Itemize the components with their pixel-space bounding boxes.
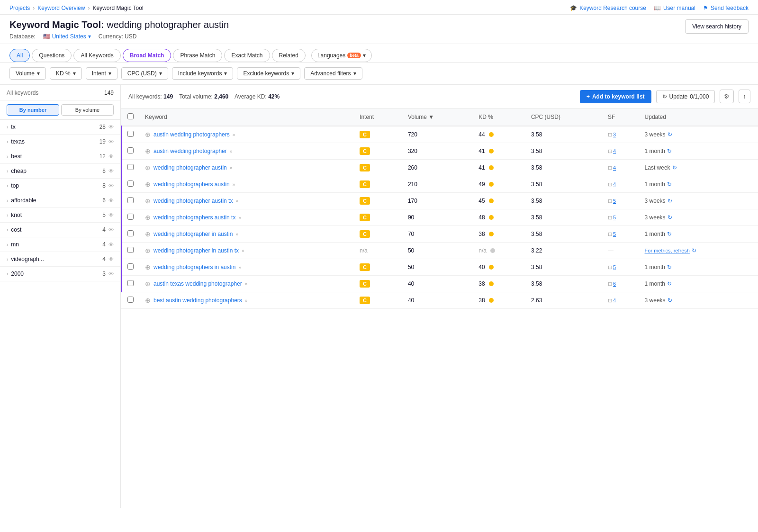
add-to-keyword-list-button[interactable]: + Add to keyword list: [580, 90, 651, 103]
row-checkbox[interactable]: [127, 230, 134, 236]
sidebar-item[interactable]: › top 8 👁: [0, 179, 120, 193]
sf-count[interactable]: 5: [613, 264, 616, 270]
eye-icon[interactable]: 👁: [108, 271, 114, 277]
col-volume[interactable]: Volume ▼: [402, 108, 473, 126]
tab-languages[interactable]: Languages beta ▾: [311, 49, 372, 62]
refresh-icon[interactable]: ↻: [672, 164, 677, 171]
eye-icon[interactable]: 👁: [108, 139, 114, 144]
add-keyword-icon[interactable]: ⊕: [145, 164, 151, 171]
row-checkbox[interactable]: [127, 247, 134, 253]
keyword-link[interactable]: wedding photographer austin: [153, 164, 227, 171]
refresh-metrics-link[interactable]: For metrics, refresh: [645, 248, 690, 253]
eye-icon[interactable]: 👁: [108, 198, 114, 203]
sf-count[interactable]: 3: [613, 132, 616, 137]
row-checkbox[interactable]: [127, 164, 134, 170]
sidebar-item[interactable]: › videograph... 4 👁: [0, 252, 120, 267]
sidebar-item[interactable]: › 2000 3 👁: [0, 267, 120, 281]
sidebar-item[interactable]: › tx 28 👁: [0, 120, 120, 135]
sf-count[interactable]: 4: [613, 181, 616, 187]
database-selector[interactable]: 🇺🇸 United States ▾: [43, 33, 91, 40]
exclude-keywords-filter[interactable]: Exclude keywords ▾: [237, 67, 300, 80]
sidebar-item[interactable]: › mn 4 👁: [0, 237, 120, 252]
row-checkbox[interactable]: [127, 263, 134, 270]
keyword-link[interactable]: austin texas wedding photographer: [153, 280, 242, 287]
view-history-button[interactable]: View search history: [685, 19, 749, 34]
refresh-icon[interactable]: ↻: [668, 131, 672, 138]
sf-count[interactable]: 6: [613, 281, 616, 287]
volume-filter[interactable]: Volume ▾: [9, 67, 46, 80]
row-checkbox[interactable]: [127, 147, 134, 153]
sf-count[interactable]: 5: [613, 198, 616, 204]
sf-count[interactable]: 4: [613, 165, 616, 171]
tab-broad-match[interactable]: Broad Match: [123, 49, 171, 62]
keyword-link[interactable]: wedding photographers austin tx: [153, 214, 235, 221]
refresh-icon[interactable]: ↻: [667, 231, 672, 237]
refresh-icon[interactable]: ↻: [667, 280, 672, 287]
sidebar-item[interactable]: › cheap 8 👁: [0, 164, 120, 179]
sf-count[interactable]: 5: [613, 215, 616, 220]
row-checkbox[interactable]: [127, 131, 134, 137]
refresh-icon[interactable]: ↻: [668, 198, 672, 204]
refresh-icon[interactable]: ↻: [668, 214, 672, 221]
add-keyword-icon[interactable]: ⊕: [145, 214, 151, 221]
keyword-link[interactable]: austin wedding photographers: [153, 131, 230, 138]
cpc-filter[interactable]: CPC (USD) ▾: [121, 67, 168, 80]
refresh-icon[interactable]: ↻: [667, 264, 672, 271]
user-manual-link[interactable]: 📖 User manual: [654, 5, 695, 11]
keyword-link[interactable]: wedding photographer in austin: [153, 231, 233, 237]
keyword-link[interactable]: wedding photographers in austin: [153, 264, 235, 271]
eye-icon[interactable]: 👁: [108, 256, 114, 262]
tab-all-keywords[interactable]: All Keywords: [73, 49, 120, 62]
sf-count[interactable]: 5: [613, 231, 616, 237]
select-all-checkbox[interactable]: [127, 113, 134, 119]
update-button[interactable]: ↻ Update 0/1,000: [656, 90, 715, 103]
eye-icon[interactable]: 👁: [108, 153, 114, 159]
row-checkbox[interactable]: [127, 180, 134, 187]
add-keyword-icon[interactable]: ⊕: [145, 147, 151, 155]
row-checkbox[interactable]: [127, 297, 134, 303]
add-keyword-icon[interactable]: ⊕: [145, 297, 151, 304]
row-checkbox[interactable]: [127, 197, 134, 203]
add-keyword-icon[interactable]: ⊕: [145, 180, 151, 188]
refresh-icon[interactable]: ↻: [667, 148, 672, 154]
sidebar-item[interactable]: › texas 19 👁: [0, 135, 120, 149]
settings-button[interactable]: ⚙: [720, 90, 734, 103]
intent-filter[interactable]: Intent ▾: [86, 67, 117, 80]
add-keyword-icon[interactable]: ⊕: [145, 280, 151, 288]
tab-all[interactable]: All: [9, 49, 30, 62]
tab-related[interactable]: Related: [272, 49, 306, 62]
refresh-icon[interactable]: ↻: [667, 181, 672, 188]
keyword-link[interactable]: best austin wedding photographers: [153, 297, 242, 304]
add-keyword-icon[interactable]: ⊕: [145, 230, 151, 238]
research-course-link[interactable]: 🎓 Keyword Research course: [570, 5, 646, 11]
add-keyword-icon[interactable]: ⊕: [145, 197, 151, 205]
eye-icon[interactable]: 👁: [108, 227, 114, 233]
send-feedback-link[interactable]: ⚑ Send feedback: [703, 5, 749, 11]
row-checkbox[interactable]: [127, 214, 134, 220]
keyword-link[interactable]: wedding photographers austin: [153, 181, 230, 188]
tab-questions[interactable]: Questions: [32, 49, 72, 62]
keyword-link[interactable]: wedding photographer in austin tx: [153, 247, 239, 254]
keyword-link[interactable]: wedding photographer austin tx: [153, 198, 233, 204]
export-button[interactable]: ↑: [739, 90, 750, 103]
kd-filter[interactable]: KD % ▾: [50, 67, 82, 80]
breadcrumb-projects[interactable]: Projects: [9, 5, 30, 11]
keyword-link[interactable]: austin wedding photographer: [153, 148, 227, 154]
add-keyword-icon[interactable]: ⊕: [145, 263, 151, 271]
eye-icon[interactable]: 👁: [108, 242, 114, 247]
breadcrumb-keyword-overview[interactable]: Keyword Overview: [37, 5, 85, 11]
eye-icon[interactable]: 👁: [108, 212, 114, 218]
include-keywords-filter[interactable]: Include keywords ▾: [172, 67, 234, 80]
tab-exact-match[interactable]: Exact Match: [224, 49, 270, 62]
sidebar-item[interactable]: › knot 5 👁: [0, 208, 120, 223]
sidebar-item[interactable]: › affordable 6 👁: [0, 193, 120, 208]
tab-phrase-match[interactable]: Phrase Match: [173, 49, 222, 62]
eye-icon[interactable]: 👁: [108, 183, 114, 189]
refresh-icon[interactable]: ↻: [668, 297, 672, 304]
sidebar-item[interactable]: › cost 4 👁: [0, 223, 120, 237]
refresh-icon[interactable]: ↻: [692, 247, 696, 254]
sort-by-number-btn[interactable]: By number: [7, 104, 59, 116]
add-keyword-icon[interactable]: ⊕: [145, 131, 151, 138]
eye-icon[interactable]: 👁: [108, 124, 114, 130]
eye-icon[interactable]: 👁: [108, 168, 114, 174]
